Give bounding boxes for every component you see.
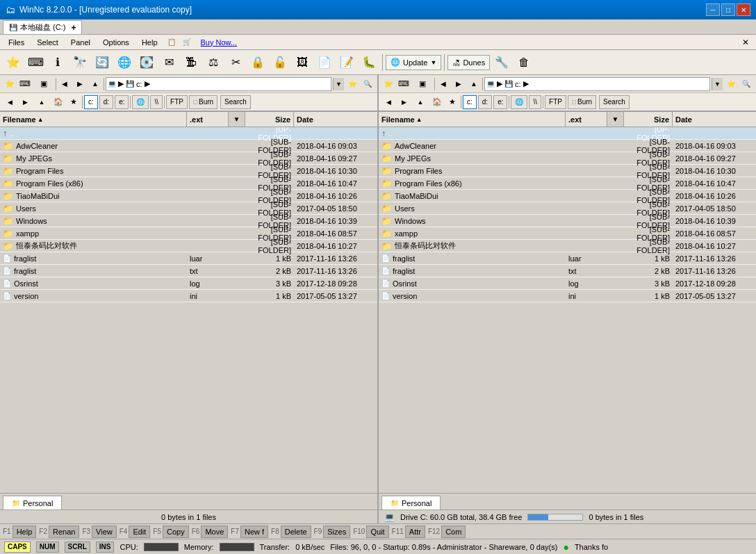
help-icon[interactable]: 📋 <box>165 37 179 47</box>
left-col-ext[interactable]: .ext <box>187 112 229 127</box>
left-path-bar[interactable]: 💻 ▶ 💾 c: ▶ <box>106 77 331 91</box>
menu-select[interactable]: Select <box>31 37 64 48</box>
right-search-btn[interactable]: Search <box>599 95 630 109</box>
list-item[interactable]: 📁Windows [SUB-FOLDER] 2018-04-16 10:39 <box>0 215 377 227</box>
right-drive-network[interactable]: 🌐 <box>511 95 527 109</box>
left-col-date[interactable]: Date <box>294 112 377 127</box>
left-ftp[interactable]: FTP <box>166 95 188 109</box>
fn12-button[interactable]: F12 Com <box>428 526 466 538</box>
menu-options[interactable]: Options <box>97 37 135 48</box>
left-col-sort[interactable]: ▼ <box>229 112 245 127</box>
menu-close-button[interactable]: ✕ <box>738 36 753 49</box>
left-drive-e[interactable]: e: <box>115 95 129 109</box>
fn4-button[interactable]: F4 Edit <box>120 526 151 538</box>
toolbar-search[interactable]: 🔭 <box>69 52 90 73</box>
left-burn[interactable]: □ Burn <box>189 95 217 109</box>
fn8-label[interactable]: Delete <box>281 526 311 538</box>
right-path-bar[interactable]: 💻 ▶ 💾 c: ▶ <box>484 77 710 91</box>
right-col-name[interactable]: Filename ▲ <box>379 112 566 127</box>
right-ftp[interactable]: FTP <box>545 95 566 109</box>
left-nav-panels[interactable]: ▣ <box>33 77 54 91</box>
right-path-dropdown[interactable]: ▼ <box>712 78 723 90</box>
toolbar-update[interactable]: 🌐 Update ▼ <box>386 55 441 70</box>
fn10-label[interactable]: Quit <box>366 526 388 538</box>
list-item[interactable]: ↑.. [UP-FOLDER] <box>0 127 377 140</box>
list-item[interactable]: 📄Osrinst log 3 kB 2017-12-18 09:28 <box>379 277 756 290</box>
menu-help[interactable]: Help <box>136 37 163 48</box>
fn5-button[interactable]: F5 Copy <box>153 526 188 538</box>
right-nav-back2[interactable]: ◀ <box>381 95 395 109</box>
menu-buy[interactable]: Buy Now... <box>195 37 243 48</box>
right-drive-e[interactable]: e: <box>493 95 507 109</box>
list-item[interactable]: 📁Program Files [SUB-FOLDER] 2018-04-16 1… <box>379 165 756 177</box>
toolbar-network[interactable]: 🌐 <box>114 52 135 73</box>
left-col-size[interactable]: Size <box>245 112 294 127</box>
right-col-size[interactable]: Size <box>624 112 673 127</box>
right-nav-back[interactable]: ◀ <box>436 77 450 91</box>
list-item[interactable]: 📁恒泰条码比对软件 [SUB-FOLDER] 2018-04-16 10:27 <box>379 240 756 252</box>
toolbar-lock[interactable]: 🔒 <box>247 52 268 73</box>
list-item[interactable]: 📄version ini 1 kB 2017-05-05 13:27 <box>0 290 377 302</box>
left-drive-d[interactable]: d: <box>99 95 113 109</box>
list-item[interactable]: 📁TiaoMaBiDui [SUB-FOLDER] 2018-04-16 10:… <box>379 190 756 202</box>
toolbar-dunes[interactable]: 🏖 Dunes <box>447 55 490 70</box>
list-item[interactable]: ↑.. [UP-FOLDER] <box>379 127 756 140</box>
list-item[interactable]: 📁xampp [SUB-FOLDER] 2018-04-16 08:57 <box>379 227 756 240</box>
left-nav-up2[interactable]: ▲ <box>33 95 50 109</box>
toolbar-image[interactable]: 🖼 <box>292 52 313 73</box>
toolbar-favorites[interactable]: ⭐ <box>3 52 24 73</box>
right-nav-up2[interactable]: ▲ <box>412 95 429 109</box>
fn8-button[interactable]: F8 Delete <box>271 526 311 538</box>
right-nav-forward[interactable]: ▶ <box>452 77 466 91</box>
list-item[interactable]: 📁TiaoMaBiDui [SUB-FOLDER] 2018-04-16 10:… <box>0 190 377 202</box>
fn1-label[interactable]: Help <box>13 526 37 538</box>
toolbar-compare[interactable]: ⚖ <box>203 52 224 73</box>
minimize-button[interactable]: ─ <box>706 3 720 16</box>
fn2-button[interactable]: F2 Renan <box>39 526 79 538</box>
list-item[interactable]: 📁xampp [SUB-FOLDER] 2018-04-16 08:57 <box>0 227 377 240</box>
left-nav-star[interactable]: ⭐ <box>345 77 359 91</box>
fn2-label[interactable]: Renan <box>49 526 79 538</box>
list-item[interactable]: 📁Program Files (x86) [SUB-FOLDER] 2018-0… <box>0 177 377 190</box>
left-nav-cmd[interactable]: ⌨ <box>18 77 32 91</box>
left-path-dropdown[interactable]: ▼ <box>333 78 344 90</box>
right-drive-backslash[interactable]: \\ <box>529 95 541 109</box>
menu-files[interactable]: Files <box>3 37 30 48</box>
toolbar-text[interactable]: 📝 <box>336 52 357 73</box>
fn11-label[interactable]: Attr <box>405 526 425 538</box>
left-drive-c[interactable]: c: <box>84 95 98 109</box>
list-item[interactable]: 📁My JPEGs [SUB-FOLDER] 2018-04-16 09:27 <box>0 152 377 165</box>
right-burn[interactable]: □ Burn <box>568 95 596 109</box>
fn11-button[interactable]: F11 Attr <box>392 526 425 538</box>
right-nav-home[interactable]: 🏠 <box>430 95 444 109</box>
list-item[interactable]: 📄fraglist luar 1 kB 2017-11-16 13:26 <box>0 252 377 265</box>
right-nav-fav2[interactable]: ★ <box>445 95 459 109</box>
toolbar-zip[interactable]: 🗜 <box>181 52 202 73</box>
toolbar-info[interactable]: ℹ <box>47 52 68 73</box>
toolbar-unlock[interactable]: 🔓 <box>270 52 290 73</box>
tab-add[interactable]: + <box>71 23 76 33</box>
fn1-button[interactable]: F1 Help <box>3 526 36 538</box>
left-drive-network[interactable]: 🌐 <box>132 95 149 109</box>
fn7-button[interactable]: F7 New f <box>231 526 268 538</box>
toolbar-plugin[interactable]: 🔧 <box>491 52 512 73</box>
left-col-name[interactable]: Filename ▲ <box>0 112 187 127</box>
left-nav-forward[interactable]: ▶ <box>73 77 87 91</box>
right-col-date[interactable]: Date <box>673 112 756 127</box>
right-nav-cmd[interactable]: ⌨ <box>397 77 411 91</box>
right-nav-favorites[interactable]: ⭐ <box>381 77 395 91</box>
toolbar-drive[interactable]: 💽 <box>136 52 157 73</box>
list-item[interactable]: 📄fraglist txt 2 kB 2017-11-16 13:26 <box>379 265 756 277</box>
list-item[interactable]: 📄fraglist txt 2 kB 2017-11-16 13:26 <box>0 265 377 277</box>
left-tab-personal[interactable]: 📁 Personal <box>3 496 62 510</box>
right-nav-up[interactable]: ▲ <box>467 77 481 91</box>
list-item[interactable]: 📁Windows [SUB-FOLDER] 2018-04-16 10:39 <box>379 215 756 227</box>
fn6-button[interactable]: F6 Move <box>192 526 229 538</box>
maximize-button[interactable]: □ <box>721 3 735 16</box>
toolbar-cmd[interactable]: ⌨ <box>25 52 46 73</box>
fn12-label[interactable]: Com <box>441 526 466 538</box>
list-item[interactable]: 📁AdwCleaner [SUB-FOLDER] 2018-04-16 09:0… <box>0 140 377 152</box>
right-nav-star[interactable]: ⭐ <box>724 77 738 91</box>
right-col-sort[interactable]: ▼ <box>607 112 624 127</box>
right-col-ext[interactable]: .ext <box>566 112 607 127</box>
